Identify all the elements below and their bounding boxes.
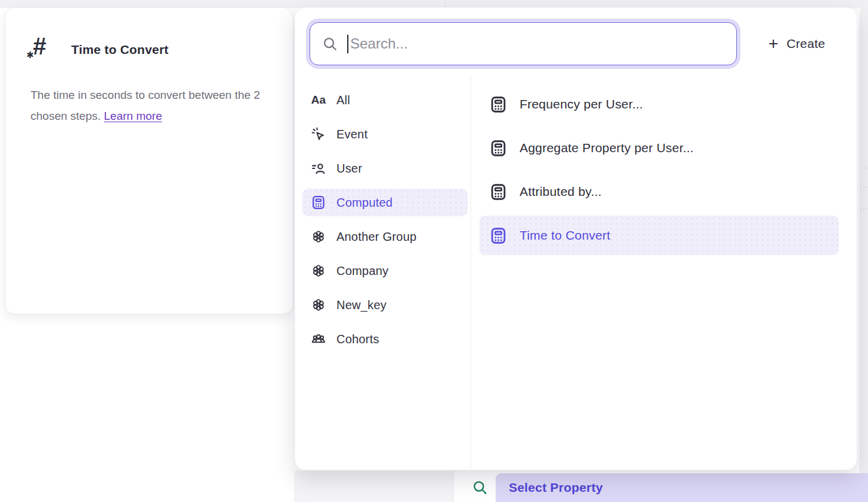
category-list: Aa All Event — [302, 86, 468, 359]
picker-column-divider — [471, 75, 471, 471]
plus-icon: + — [769, 35, 778, 52]
group-cluster-icon — [311, 263, 326, 279]
cohort-people-icon — [311, 331, 326, 347]
backdrop-below-modal — [294, 471, 453, 502]
text-cursor — [347, 35, 348, 53]
background-divider — [860, 187, 868, 188]
create-label: Create — [787, 37, 825, 51]
category-new-key[interactable]: New_key — [302, 291, 468, 319]
learn-more-link[interactable]: Learn more — [104, 110, 162, 122]
category-all[interactable]: Aa All — [302, 86, 468, 114]
background-divider — [860, 208, 868, 209]
group-cluster-icon — [311, 229, 326, 244]
calculator-icon — [489, 183, 508, 201]
calculator-icon — [489, 95, 508, 114]
create-button[interactable]: + Create — [755, 31, 839, 57]
result-aggregate-property-per-user[interactable]: Aggregate Property per User... — [479, 128, 839, 168]
category-cohorts[interactable]: Cohorts — [302, 325, 468, 353]
calculator-icon — [489, 139, 508, 158]
property-picker-modal: Search... + Create Aa All Event — [295, 7, 857, 470]
calculator-icon — [311, 195, 326, 210]
page: Select Property # ✱ Time to Convert The … — [0, 0, 868, 502]
category-company[interactable]: Company — [302, 257, 468, 285]
tooltip-title: Time to Convert — [71, 43, 168, 57]
search-icon — [472, 479, 488, 496]
select-property-row: Select Property — [461, 473, 868, 502]
hash-star-icon: # ✱ — [27, 32, 56, 64]
category-another-group[interactable]: Another Group — [302, 223, 468, 250]
category-user[interactable]: User — [302, 155, 468, 182]
search-input[interactable]: Search... — [309, 22, 737, 65]
category-event[interactable]: Event — [302, 120, 468, 148]
result-attributed-by[interactable]: Attributed by... — [479, 172, 839, 211]
background-divider — [860, 168, 868, 168]
category-computed[interactable]: Computed — [302, 189, 468, 216]
backdrop-right-strip — [860, 0, 868, 502]
select-property-button[interactable]: Select Property — [496, 473, 868, 502]
user-list-icon — [311, 161, 326, 176]
search-icon — [322, 36, 338, 52]
time-to-convert-tooltip: # ✱ Time to Convert The time in seconds … — [5, 7, 293, 314]
text-aa-icon: Aa — [311, 92, 326, 108]
result-list: Frequency per User... Aggregate Property… — [479, 84, 839, 259]
search-placeholder: Search... — [350, 35, 408, 52]
result-time-to-convert[interactable]: Time to Convert — [479, 216, 839, 255]
select-property-label: Select Property — [496, 480, 603, 495]
result-frequency-per-user[interactable]: Frequency per User... — [479, 84, 839, 124]
tooltip-description: The time in seconds to convert between t… — [31, 84, 265, 126]
search-focus-ring: Search... — [306, 19, 740, 69]
calculator-icon — [489, 226, 508, 245]
cursor-click-icon — [311, 126, 326, 142]
group-cluster-icon — [311, 297, 326, 313]
